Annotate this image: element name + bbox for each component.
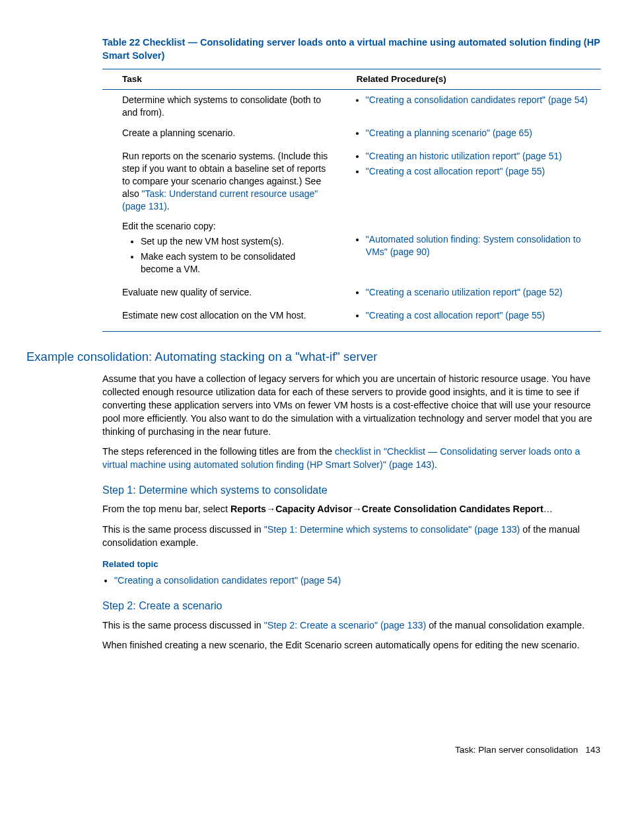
task-text: Edit the scenario copy: [122,221,216,231]
procedure-link[interactable]: "Automated solution finding: System cons… [366,234,581,257]
procedure-link[interactable]: "Creating a cost allocation report" (pag… [366,166,545,176]
menu-path-item: Capacity Advisor [275,504,352,514]
procedure-link[interactable]: "Creating an historic utilization report… [366,151,562,161]
text: From the top menu bar, select [102,504,230,514]
body-paragraph: This is the same process discussed in "S… [102,523,604,549]
step2-heading: Step 2: Create a scenario [102,599,604,613]
text: This is the same process discussed in [102,620,264,630]
page-number: 143 [585,745,600,755]
body-paragraph: From the top menu bar, select Reports→Ca… [102,502,604,515]
task-cell: Run reports on the scenario systems. (In… [102,146,337,216]
procedure-link[interactable]: "Creating a cost allocation report" (pag… [366,310,545,321]
table-row: Determine which systems to consolidate (… [102,90,601,123]
body-paragraph: The steps referenced in the following ti… [102,445,604,471]
procedures-cell: "Creating an historic utilization report… [337,146,601,216]
step-link[interactable]: "Step 1: Determine which systems to cons… [264,524,520,535]
step1-heading: Step 1: Determine which systems to conso… [102,483,604,498]
body-paragraph: Assume that you have a collection of leg… [102,372,604,438]
menu-path-item: Reports [230,504,266,514]
table-header-procedures: Related Procedure(s) [337,69,601,90]
task-subitem: Make each system to be consolidated beco… [141,250,330,276]
procedure-link[interactable]: "Creating a scenario utilization report"… [366,287,563,297]
table-title: Table 22 Checklist — Consolidating serve… [102,36,604,62]
table-row: Create a planning scenario. "Creating a … [102,123,601,146]
table-row: Evaluate new quality of service. "Creati… [102,282,601,305]
task-cell: Determine which systems to consolidate (… [102,90,337,123]
text: … [543,504,553,514]
text: The steps referenced in the following ti… [102,446,335,457]
task-cell: Estimate new cost allocation on the VM h… [102,305,337,331]
procedures-cell: "Creating a consolidation candidates rep… [337,90,601,123]
related-link[interactable]: "Creating a consolidation candidates rep… [114,575,341,586]
table-row: Edit the scenario copy: Set up the new V… [102,216,601,282]
task-cell: Evaluate new quality of service. [102,282,337,305]
footer-label: Task: Plan server consolidation [455,745,578,755]
table-header-task: Task [102,69,337,90]
task-cell: Edit the scenario copy: Set up the new V… [102,216,337,282]
related-list: "Creating a consolidation candidates rep… [102,574,604,587]
procedures-cell: "Automated solution finding: System cons… [337,216,601,282]
related-topic-label: Related topic [102,558,604,570]
menu-path-item: Create Consolidation Candidates Report [362,504,543,514]
body-paragraph: When finished creating a new scenario, t… [102,638,604,652]
body-paragraph: This is the same process discussed in "S… [102,619,604,632]
section-heading: Example consolidation: Automating stacki… [26,349,604,365]
arrow-icon: → [353,504,362,514]
procedures-cell: "Creating a planning scenario" (page 65) [337,123,601,146]
procedure-link[interactable]: "Creating a planning scenario" (page 65) [366,128,532,138]
checklist-table: Task Related Procedure(s) Determine whic… [102,69,601,332]
text: This is the same process discussed in [102,524,264,535]
list-item: "Creating a consolidation candidates rep… [114,574,604,587]
arrow-icon: → [266,504,275,514]
text: of the manual consolidation example. [426,620,584,630]
procedure-link[interactable]: "Creating a consolidation candidates rep… [366,95,588,105]
step-link[interactable]: "Step 2: Create a scenario" (page 133) [264,620,426,630]
task-cell: Create a planning scenario. [102,123,337,146]
procedures-cell: "Creating a cost allocation report" (pag… [337,305,601,331]
task-link[interactable]: "Task: Understand current resource usage… [122,188,318,211]
text: . [435,459,437,470]
page-footer: Task: Plan server consolidation 143 [26,744,604,756]
table-row: Run reports on the scenario systems. (In… [102,146,601,216]
procedures-cell: "Creating a scenario utilization report"… [337,282,601,305]
table-row: Estimate new cost allocation on the VM h… [102,305,601,331]
task-text: . [167,201,170,211]
task-subitem: Set up the new VM host system(s). [141,235,330,248]
